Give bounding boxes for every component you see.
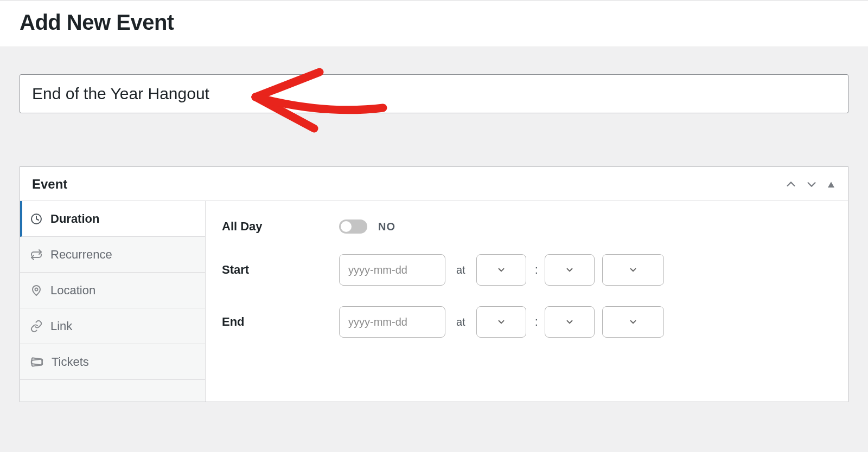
- tab-label: Location: [50, 283, 95, 298]
- tab-label: Duration: [50, 212, 99, 226]
- chevron-down-icon: [496, 317, 506, 327]
- at-label: at: [456, 316, 465, 328]
- tickets-icon: [30, 355, 44, 369]
- start-hour-select[interactable]: [476, 254, 526, 286]
- tab-label: Tickets: [52, 355, 89, 369]
- chevron-down-icon: [565, 317, 575, 327]
- svg-rect-4: [31, 358, 43, 365]
- chevron-down-icon: [628, 317, 638, 327]
- end-hour-select[interactable]: [476, 306, 526, 338]
- chevron-down-icon: [496, 265, 506, 275]
- toggle-value: NO: [378, 221, 395, 233]
- time-colon: :: [535, 315, 538, 329]
- content-area: Event Duration: [0, 47, 868, 402]
- tab-duration[interactable]: Duration: [20, 201, 205, 237]
- tab-recurrence[interactable]: Recurrence: [20, 237, 205, 273]
- panel-actions: [785, 178, 836, 190]
- tab-link[interactable]: Link: [20, 308, 205, 344]
- toggle-knob: [341, 221, 352, 232]
- chevron-down-icon: [628, 265, 638, 275]
- panel-body: Duration Recurrence Location Link Ticket: [20, 201, 848, 402]
- clock-icon: [30, 212, 43, 225]
- row-end: End at :: [222, 306, 832, 338]
- start-minute-select[interactable]: [545, 254, 595, 286]
- panel-header: Event: [20, 167, 848, 201]
- toggle-track: [339, 219, 367, 234]
- tab-location[interactable]: Location: [20, 273, 205, 308]
- page-title: Add New Event: [20, 10, 848, 35]
- duration-pane: All Day NO Start at :: [206, 201, 848, 402]
- start-label: Start: [222, 263, 339, 277]
- all-day-label: All Day: [222, 219, 339, 234]
- page-header: Add New Event: [0, 0, 868, 47]
- panel-toggle-icon[interactable]: [826, 179, 836, 189]
- tab-label: Recurrence: [50, 248, 112, 262]
- svg-point-2: [35, 288, 38, 290]
- chevron-down-icon: [565, 265, 575, 275]
- start-ampm-select[interactable]: [602, 254, 664, 286]
- row-start: Start at :: [222, 254, 832, 286]
- time-colon: :: [535, 263, 538, 277]
- start-date-input[interactable]: [339, 254, 445, 286]
- panel-move-up-icon[interactable]: [785, 178, 797, 190]
- end-label: End: [222, 315, 339, 329]
- tab-label: Link: [50, 319, 72, 333]
- event-panel: Event Duration: [20, 166, 848, 402]
- panel-move-down-icon[interactable]: [806, 178, 818, 190]
- row-all-day: All Day NO: [222, 219, 832, 234]
- at-label: at: [456, 264, 465, 276]
- tab-tickets[interactable]: Tickets: [20, 344, 205, 380]
- svg-marker-0: [828, 182, 834, 188]
- event-title-input[interactable]: [20, 74, 848, 113]
- end-date-input[interactable]: [339, 306, 445, 338]
- panel-tabs: Duration Recurrence Location Link Ticket: [20, 201, 206, 402]
- all-day-toggle[interactable]: NO: [339, 219, 395, 234]
- repeat-icon: [30, 248, 43, 261]
- end-minute-select[interactable]: [545, 306, 595, 338]
- end-ampm-select[interactable]: [602, 306, 664, 338]
- tab-empty: [20, 380, 205, 402]
- link-icon: [30, 320, 43, 333]
- pin-icon: [30, 284, 43, 297]
- event-title-wrap: [20, 74, 848, 113]
- panel-title: Event: [32, 177, 67, 192]
